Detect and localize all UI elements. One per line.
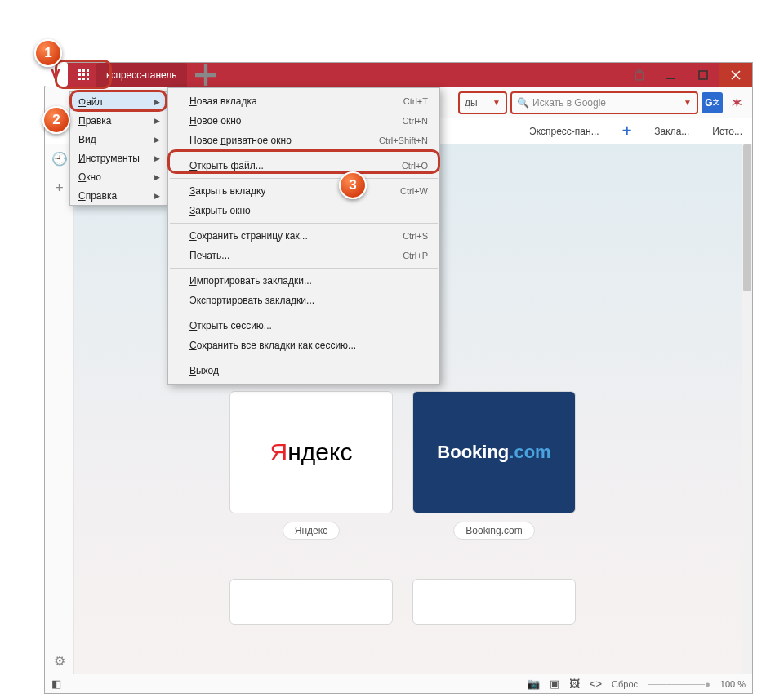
submenu-item[interactable]: Импортировать закладки... [168,271,439,291]
translate-icon[interactable]: G文 [702,92,723,113]
history-icon[interactable]: 🕘 [51,151,68,167]
tab-title: кспресс-панель [106,69,177,81]
search-placeholder: Искать в Google [532,97,684,109]
browser-tab[interactable]: кспресс-панель [96,63,187,87]
zoom-reset-button[interactable]: Сброс [612,679,638,689]
zoom-value: 100 % [720,679,746,689]
svg-rect-4 [82,73,85,76]
submenu-item[interactable]: Новое приватное окноCtrl+Shift+N [168,131,439,150]
status-bar: ◧ 📷 ▣ 🖼 <> Сброс ─────────● 100 % [45,674,752,693]
search-icon: 🔍 [517,97,529,109]
menu-grid-button[interactable] [72,63,96,87]
scrollbar-thumb[interactable] [743,144,751,291]
submenu-item[interactable]: Новое окноCtrl+N [168,111,439,131]
menu-separator [170,313,438,313]
menu-separator [170,268,438,269]
screenshot-icon[interactable]: 📷 [527,678,540,690]
title-bar: V кспресс-панель [45,63,752,87]
svg-rect-2 [87,69,89,72]
page-actions-icon[interactable]: <> [590,678,602,690]
svg-rect-10 [699,71,707,79]
svg-rect-6 [78,78,81,80]
submenu-item[interactable]: Экспортировать закладки... [168,291,439,310]
speed-dial-item[interactable]: Booking.com Booking.com [412,391,576,540]
minimize-button[interactable] [654,63,687,87]
svg-rect-9 [666,78,675,79]
submenu-item[interactable]: Печать...Ctrl+P [168,246,439,265]
add-bookmark-button[interactable]: + [622,122,632,140]
menubar-item[interactable]: Файл▶ [70,92,167,111]
submenu-item[interactable]: Сохранить страницу как...Ctrl+S [168,226,439,246]
speed-dial-item[interactable] [412,579,576,625]
panel-toggle-icon[interactable]: ◧ [51,678,61,690]
annotation-badge: 1 [34,39,62,67]
side-panel: 🕘 + ⚙ [45,144,74,674]
annotation-badge: 3 [339,171,367,199]
extension-icon[interactable]: ✶ [726,92,747,113]
menubar-item[interactable]: Правка▶ [70,111,167,130]
panel-add-button[interactable]: + [55,180,64,197]
svg-rect-8 [87,78,89,80]
svg-rect-1 [82,69,85,72]
menubar-item[interactable]: Справка▶ [70,186,167,205]
chevron-down-icon[interactable]: ▼ [684,98,692,107]
menubar-item[interactable]: Окно▶ [70,167,167,186]
menubar-item[interactable]: Вид▶ [70,130,167,149]
address-fragment[interactable]: ды ▼ [458,91,507,114]
bookmark-item[interactable]: Экспресс-пан... [529,126,599,137]
menubar-item[interactable]: Инструменты▶ [70,149,167,167]
menu-separator [170,223,438,224]
speed-dial-item[interactable]: Яндекс Яндекс [229,391,393,540]
vertical-scrollbar[interactable] [742,144,752,674]
menu-separator [170,153,438,153]
search-field[interactable]: 🔍 Искать в Google ▼ [510,91,698,114]
bookmark-item[interactable]: Закла... [654,126,689,137]
main-menu: Файл▶Правка▶Вид▶Инструменты▶Окно▶Справка… [69,91,167,206]
settings-gear-icon[interactable]: ⚙ [54,653,65,669]
submenu-item[interactable]: Новая вкладкаCtrl+T [168,91,439,111]
svg-rect-7 [82,78,85,80]
submenu-item[interactable]: Открыть сессию... [168,316,439,336]
images-icon[interactable]: 🖼 [569,678,580,690]
svg-rect-5 [87,73,89,76]
tiling-icon[interactable]: ▣ [550,678,559,690]
speed-dial-item[interactable] [229,579,393,625]
annotation-badge: 2 [42,106,70,134]
maximize-button[interactable] [687,63,719,87]
speed-dial-label: Яндекс [283,522,340,540]
window-controls [654,63,752,87]
speed-dial-label: Booking.com [453,522,534,540]
close-button[interactable] [719,63,752,87]
submenu-item[interactable]: Выход [168,361,439,380]
new-tab-button[interactable] [195,63,216,87]
file-submenu: Новая вкладкаCtrl+TНовое окноCtrl+NНовое… [167,87,440,385]
menu-separator [170,358,438,358]
chevron-down-icon[interactable]: ▼ [492,98,501,107]
submenu-item[interactable]: Сохранить все вкладки как сессию... [168,336,439,355]
submenu-item[interactable]: Закрыть вкладкуCtrl+W [168,181,439,201]
svg-rect-0 [78,69,81,72]
submenu-item[interactable]: Закрыть окно [168,201,439,220]
menu-separator [170,178,438,179]
svg-rect-3 [78,73,81,76]
closed-tabs-trash-icon[interactable] [625,63,654,87]
bookmark-item[interactable]: Исто... [712,126,742,137]
submenu-item[interactable]: Открыть файл...Ctrl+O [168,156,439,176]
